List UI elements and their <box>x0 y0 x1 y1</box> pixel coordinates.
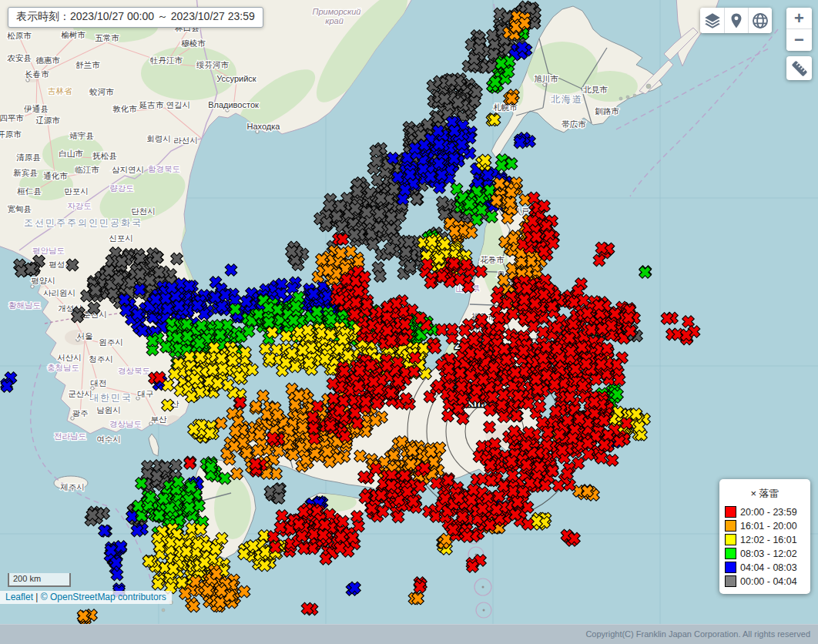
map-label: 敦化市 <box>112 104 137 113</box>
legend-color-swatch <box>725 520 736 532</box>
legend-color-swatch <box>725 506 736 518</box>
map-label: 吉林省 <box>47 86 72 96</box>
map-label: 회령시 <box>146 134 171 143</box>
map-label: 대전 <box>91 378 107 387</box>
display-time-label: 表示時刻：2023/10/27 00:00 ～ 2023/10/27 23:59 <box>16 10 255 22</box>
map-label: 만포시 <box>64 186 89 196</box>
globe-icon <box>751 12 769 30</box>
map-label: 전라남도 <box>54 431 86 441</box>
map-label: 釧路市 <box>595 106 619 116</box>
legend-title-text: 落雷 <box>759 488 779 499</box>
map-tool-group <box>700 8 772 33</box>
layers-button[interactable] <box>700 8 724 33</box>
legend-item-label: 16:01 - 20:00 <box>740 521 797 532</box>
map-label: 충청남도 <box>47 363 79 372</box>
legend-item: 16:01 - 20:00 <box>725 520 805 532</box>
map-label: 德惠市 <box>35 55 60 65</box>
map-label: 제주시 <box>60 482 85 491</box>
map-label: 량강도 <box>109 183 134 193</box>
location-marker-icon <box>728 12 745 30</box>
map-label: 경상북도 <box>118 366 150 375</box>
map-canvas[interactable]: ПриморскийкрайУссурийскВладивостокНаходк… <box>0 0 818 624</box>
map-label: 남원시 <box>96 405 121 414</box>
map-label: 辽源市 <box>35 116 60 125</box>
map-label: 서산시 <box>57 353 82 362</box>
map-label: Уссурийск <box>216 74 256 83</box>
zoom-control: + − <box>786 8 812 51</box>
legend-item-label: 12:02 - 16:01 <box>740 535 797 545</box>
map-label: 新宾县 <box>13 168 38 177</box>
map-label: 榆树市 <box>61 30 85 39</box>
map-label: 通化市 <box>43 171 68 180</box>
map-label: 伊通县 <box>23 104 49 113</box>
map-label: 자강도 <box>67 201 92 210</box>
map-label: 五常市 <box>95 33 119 42</box>
map-label: 靖宇县 <box>69 131 94 140</box>
legend-rows: 20:00 - 23:5916:01 - 20:0012:02 - 16:010… <box>725 506 805 587</box>
copyright-text: Copyright(C) Franklin Japan Corporation.… <box>585 629 810 639</box>
map-label: 穆棱市 <box>181 39 206 48</box>
map-label: 宽甸县 <box>7 204 32 213</box>
legend-color-swatch <box>725 534 736 545</box>
map-label: 대구 <box>138 389 154 398</box>
map-label: 평안남도 <box>32 246 65 255</box>
map-label: 四平市 <box>0 113 24 122</box>
map-label: 단천시 <box>131 206 156 216</box>
footer-bar: Copyright(C) Franklin Japan Corporation.… <box>0 624 818 644</box>
map-label: 원주시 <box>99 337 123 347</box>
map-label: 여수시 <box>96 434 121 444</box>
leaflet-link[interactable]: Leaflet <box>5 592 33 602</box>
legend-marker-symbol: × <box>750 488 756 499</box>
layers-icon <box>703 12 722 30</box>
ruler-button[interactable] <box>786 56 812 80</box>
zoom-out-button[interactable]: − <box>786 29 812 51</box>
legend-panel: × 落雷 20:00 - 23:5916:01 - 20:0012:02 - 1… <box>719 479 810 594</box>
map-label: 서울 <box>77 331 93 340</box>
map-label: 北見市 <box>582 85 608 94</box>
map-label: 白山市 <box>59 149 83 158</box>
legend-color-swatch <box>725 548 736 559</box>
zoom-in-button[interactable]: + <box>786 8 812 29</box>
map-label: 조선민주주의인민공화국 <box>24 217 142 228</box>
map-label: 광주 <box>72 408 89 418</box>
map-label: 帯広市 <box>562 119 586 129</box>
map-label: 绥芬河市 <box>196 60 230 69</box>
map-label: 청주시 <box>89 354 113 364</box>
map-label: 평양시 <box>31 276 55 285</box>
map-label: 花巻市 <box>480 255 505 264</box>
map-label: 대한민국 <box>89 392 132 403</box>
map-label: 황해남도 <box>8 300 41 310</box>
map-label: 蛟河市 <box>89 87 114 96</box>
globe-button[interactable] <box>748 8 772 33</box>
map-label: 清原县 <box>16 153 41 162</box>
legend-item-label: 20:00 - 23:59 <box>740 507 797 518</box>
map-label: 旭川市 <box>534 74 558 83</box>
attribution-separator: | <box>33 592 41 602</box>
legend-item: 12:02 - 16:01 <box>725 534 805 545</box>
legend-item: 04:04 - 08:03 <box>725 562 805 573</box>
location-marker-button[interactable] <box>724 8 748 33</box>
map-label: 舒兰市 <box>75 60 100 69</box>
osm-link[interactable]: © OpenStreetMap contributors <box>41 592 166 602</box>
display-time-box: 表示時刻：2023/10/27 00:00 ～ 2023/10/27 23:59 <box>8 7 263 28</box>
map-label: 경상남도 <box>109 419 142 428</box>
map-label: 延吉市 연길시 <box>139 100 190 109</box>
base-map: ПриморскийкрайУссурийскВладивостокНаходк… <box>0 0 818 624</box>
legend-title: × 落雷 <box>725 487 805 501</box>
map-label: 사리원시 <box>43 288 75 297</box>
legend-item-label: 04:04 - 08:03 <box>740 562 797 573</box>
map-label: 함경북도 <box>148 164 180 173</box>
map-label: Приморский <box>313 7 361 16</box>
map-label: 삼지연시 <box>112 165 144 174</box>
map-label: 부산 <box>151 414 168 424</box>
lightning-map-app: ПриморскийкрайУссурийскВладивостокНаходк… <box>0 0 818 644</box>
legend-item: 00:00 - 04:04 <box>725 575 805 587</box>
attribution-bar: Leaflet | © OpenStreetMap contributors <box>0 591 172 604</box>
map-label: 桓仁县 <box>16 186 42 196</box>
map-label: 抚松县 <box>92 151 117 160</box>
ruler-icon <box>790 59 810 79</box>
map-label: 开原市 <box>0 129 22 139</box>
map-label: 牡丹江市 <box>149 55 183 65</box>
map-label: 군산시 <box>68 389 92 398</box>
map-label: Находка <box>247 122 281 131</box>
